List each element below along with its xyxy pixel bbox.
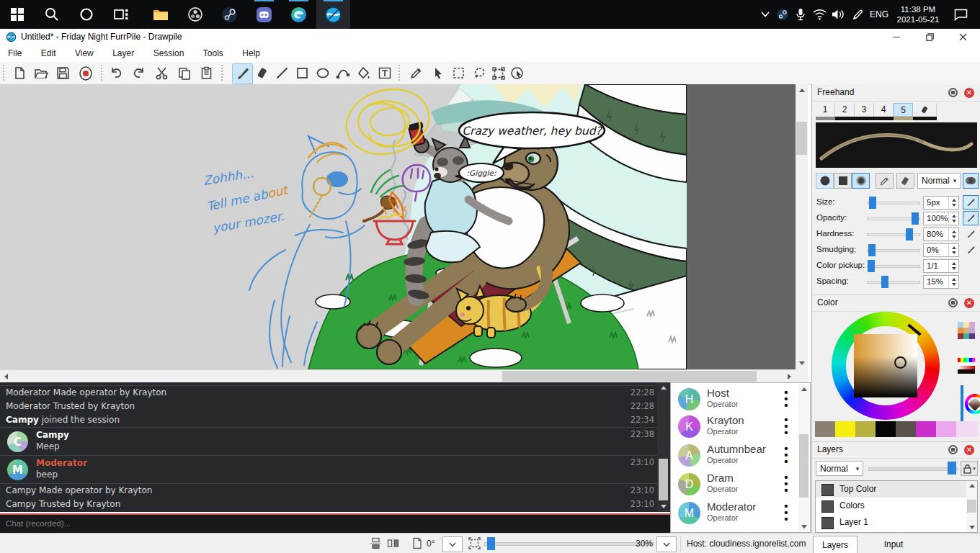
fit-canvas-icon[interactable]	[468, 537, 481, 549]
user-row[interactable]: M Moderator Operator •••	[671, 498, 810, 527]
opacity-pressure-button[interactable]	[963, 211, 979, 225]
smudging-slider-thumb[interactable]	[868, 244, 876, 256]
flip-horizontal-icon[interactable]	[387, 537, 399, 549]
saturation-value-square[interactable]	[854, 334, 917, 397]
record-session-button[interactable]	[76, 63, 95, 83]
size-spinbox[interactable]: 5px	[923, 196, 959, 210]
palette-swatch[interactable]	[956, 421, 978, 437]
chat-input[interactable]: Chat (recorded)...	[0, 513, 670, 534]
brush-slot-2[interactable]: 2	[835, 103, 855, 117]
annotation-tool-button[interactable]	[375, 63, 394, 83]
size-slider-thumb[interactable]	[869, 197, 876, 209]
maximize-button[interactable]	[917, 29, 943, 45]
shade-selector-icon[interactable]	[965, 394, 980, 414]
layer-list-scrollbar[interactable]	[966, 481, 977, 532]
open-button[interactable]	[31, 63, 50, 83]
close-panel-icon[interactable]: ✕	[964, 298, 974, 308]
color-pickup-slider-thumb[interactable]	[868, 260, 875, 272]
scroll-up-button[interactable]	[966, 481, 977, 490]
pick-color-mode-button[interactable]	[876, 173, 894, 189]
float-panel-icon[interactable]	[948, 88, 958, 97]
layer-blend-mode-dropdown[interactable]: Normal▾	[816, 461, 863, 476]
user-row[interactable]: K Krayton Operator •••	[671, 412, 810, 441]
scroll-up-button[interactable]	[657, 382, 669, 393]
discord-button[interactable]	[247, 0, 281, 29]
canvas-vscrollbar[interactable]	[796, 84, 808, 369]
user-list-scrollbar[interactable]	[798, 384, 809, 531]
color-picker-tool-button[interactable]	[406, 63, 426, 83]
palette-swatch[interactable]	[896, 421, 916, 437]
tray-pen-icon[interactable]	[847, 0, 868, 29]
tray-language[interactable]: ENG	[866, 0, 892, 29]
scroll-down-button[interactable]	[657, 501, 669, 512]
bezier-tool-button[interactable]	[333, 63, 352, 83]
vscroll-thumb[interactable]	[796, 122, 807, 155]
spacing-slider[interactable]	[867, 281, 920, 284]
scroll-up-button[interactable]	[798, 384, 809, 394]
fill-tool-button[interactable]	[354, 63, 373, 83]
layer-row-layer1[interactable]: Layer 1	[816, 514, 977, 531]
user-row[interactable]: D Dram Operator •••	[671, 469, 810, 498]
rotation-reset-icon[interactable]	[411, 537, 423, 549]
cortana-button[interactable]	[69, 0, 103, 29]
close-panel-icon[interactable]: ✕	[964, 88, 974, 98]
float-panel-icon[interactable]	[948, 445, 958, 454]
scroll-down-button[interactable]	[798, 521, 809, 531]
line-tool-button[interactable]	[272, 63, 292, 83]
layer-row-top-color[interactable]: Top Color	[816, 481, 977, 498]
redo-button[interactable]	[129, 63, 148, 83]
minimize-button[interactable]	[883, 29, 909, 45]
new-document-button[interactable]	[10, 63, 30, 83]
brush-slot-5-active[interactable]: 5	[894, 103, 913, 117]
hardness-slider-thumb[interactable]	[906, 228, 913, 240]
color-pickup-spinbox[interactable]: 1/1	[923, 259, 959, 273]
sv-marker[interactable]	[894, 356, 906, 369]
paste-button[interactable]	[197, 63, 216, 83]
chat-log[interactable]: Moderator Made operator by Krayton22:28 …	[0, 382, 670, 512]
soft-brush-button[interactable]	[852, 173, 870, 189]
tray-microphone-icon[interactable]	[791, 0, 810, 29]
laser-pointer-tool-button[interactable]	[428, 63, 447, 83]
copy-button[interactable]	[174, 63, 194, 83]
scroll-down-button[interactable]	[966, 523, 977, 532]
obs-button[interactable]	[178, 0, 212, 29]
panel-splitter-handle[interactable]	[961, 385, 963, 421]
user-menu-icon[interactable]: •••	[783, 503, 790, 522]
freehand-tool-button[interactable]	[232, 63, 253, 84]
toolbar-handle[interactable]	[2, 65, 5, 81]
menu-session[interactable]: Session	[146, 45, 192, 58]
lasso-select-tool-button[interactable]	[469, 63, 489, 83]
layer-opacity-thumb[interactable]	[948, 462, 956, 475]
menu-view[interactable]: View	[67, 45, 102, 58]
menu-edit[interactable]: Edit	[33, 45, 64, 58]
rotation-dropdown[interactable]	[442, 536, 463, 552]
layer-row-colors[interactable]: Colors	[816, 498, 977, 514]
user-menu-icon[interactable]: •••	[783, 416, 790, 436]
menu-help[interactable]: Help	[234, 45, 268, 58]
action-center-button[interactable]	[946, 0, 975, 29]
spacing-spinbox[interactable]: 15%	[923, 275, 959, 289]
color-pickup-slider[interactable]	[867, 265, 920, 268]
tray-steam-icon[interactable]	[772, 0, 793, 29]
scroll-right-button[interactable]	[783, 370, 796, 382]
brush-slot-eraser[interactable]	[913, 103, 937, 117]
drawing-canvas[interactable]: Crazy weather, hey bud? :Giggle:	[0, 84, 687, 369]
steam-button[interactable]	[213, 0, 246, 29]
user-scroll-thumb[interactable]	[799, 434, 808, 498]
search-button[interactable]	[35, 0, 68, 29]
menu-file[interactable]: File	[0, 45, 30, 58]
hscroll-thumb[interactable]	[502, 371, 757, 382]
close-button[interactable]	[950, 29, 976, 45]
toolbar-handle[interactable]	[100, 65, 103, 81]
palette-swatch[interactable]	[835, 421, 855, 437]
tray-wifi-icon[interactable]	[810, 0, 829, 29]
save-button[interactable]	[53, 63, 73, 83]
user-row[interactable]: A Autumnbear Operator •••	[671, 441, 810, 469]
scroll-up-button[interactable]	[796, 84, 808, 96]
start-button[interactable]	[0, 0, 34, 29]
undo-button[interactable]	[106, 63, 125, 83]
inspector-tool-button[interactable]	[507, 63, 527, 83]
transform-tool-button[interactable]	[489, 63, 508, 83]
spacing-slider-thumb[interactable]	[881, 276, 888, 288]
palette-swatch[interactable]	[936, 421, 956, 437]
